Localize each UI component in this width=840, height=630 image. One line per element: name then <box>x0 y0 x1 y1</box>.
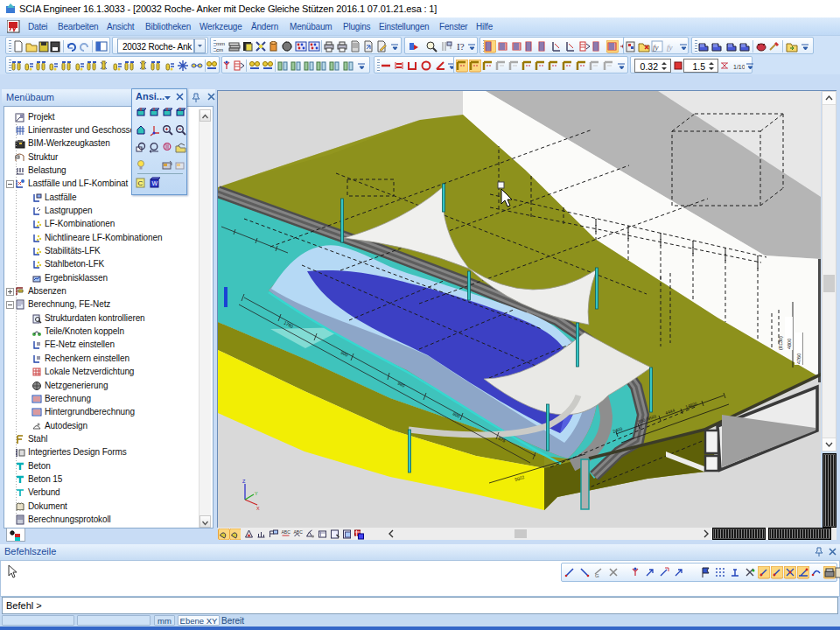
svg-text:ABC: ABC <box>294 529 304 535</box>
svg-text:Y: Y <box>255 491 258 496</box>
svg-text:X: X <box>256 506 260 511</box>
svg-text:G: G <box>595 573 599 578</box>
svg-text:fy: fy <box>653 43 659 52</box>
svg-text:fy: fy <box>667 43 673 52</box>
svg-text:I?: I? <box>457 41 465 52</box>
svg-text:W: W <box>152 180 158 186</box>
svg-text:C: C <box>138 179 144 187</box>
svg-text:cm: cm <box>216 47 223 52</box>
svg-text:mm: mm <box>216 41 225 46</box>
svg-text:(8130): (8130) <box>778 336 783 350</box>
svg-text:4800: 4800 <box>787 339 792 349</box>
svg-text:4760: 4760 <box>796 354 802 364</box>
svg-text:ABC: ABC <box>282 529 291 535</box>
